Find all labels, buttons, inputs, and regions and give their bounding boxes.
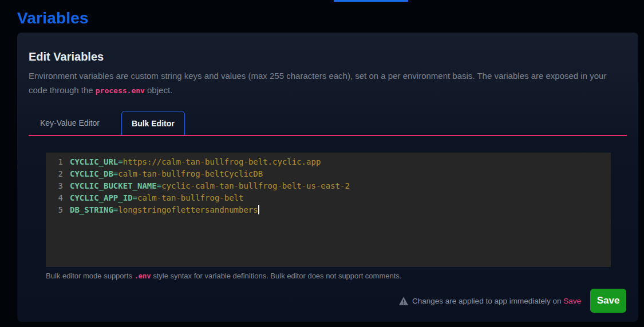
top-tab-indicator: [334, 0, 408, 2]
tab-bulk-editor[interactable]: Bulk Editor: [121, 111, 185, 135]
env-value: cyclic-calm-tan-bullfrog-belt-us-east-2: [161, 181, 350, 190]
hint-text-1: Bulk editor mode supports: [46, 272, 135, 280]
tab-key-value-editor[interactable]: Key-Value Editor: [29, 111, 111, 135]
warning-text: Changes are applied to app immediately o…: [412, 297, 581, 305]
save-warning-note: Changes are applied to app immediately o…: [399, 297, 581, 305]
env-value: calm-tan-bullfrog-belt: [137, 193, 243, 202]
env-syntax-code: .env: [135, 272, 151, 280]
editor-line: 4CYCLIC_APP_ID=calm-tan-bullfrog-belt: [46, 192, 611, 204]
env-key: CYCLIC_DB: [70, 169, 113, 178]
line-number: 2: [46, 168, 63, 180]
editor-lines: 1CYCLIC_URL=https://calm-tan-bullfrog-be…: [46, 156, 611, 216]
panel-footer: Changes are applied to app immediately o…: [399, 289, 626, 313]
bulk-editor-hint: Bulk editor mode supports .env style syn…: [46, 272, 627, 280]
env-equals: =: [157, 181, 161, 190]
warning-triangle-icon: [399, 297, 408, 305]
line-code: CYCLIC_BUCKET_NAME=cyclic-calm-tan-bullf…: [70, 180, 350, 192]
env-value: longstringoflettersandnumbers: [118, 205, 258, 214]
line-number: 3: [46, 180, 63, 192]
line-code: CYCLIC_APP_ID=calm-tan-bullfrog-belt: [70, 192, 243, 204]
env-key: DB_STRING: [70, 205, 113, 214]
line-code: CYCLIC_DB=calm-tan-bullfrog-beltCyclicDB: [70, 168, 263, 180]
line-number: 4: [46, 192, 63, 204]
line-number: 1: [46, 156, 63, 168]
env-equals: =: [118, 157, 123, 166]
editor-line: 2CYCLIC_DB=calm-tan-bullfrog-beltCyclicD…: [46, 168, 611, 180]
env-key: CYCLIC_BUCKET_NAME: [70, 181, 157, 190]
env-equals: =: [133, 193, 137, 202]
bulk-editor-textarea[interactable]: 1CYCLIC_URL=https://calm-tan-bullfrog-be…: [46, 153, 611, 267]
hint-text-2: style syntax for variable definitions. B…: [151, 272, 402, 280]
editor-line: 1CYCLIC_URL=https://calm-tan-bullfrog-be…: [46, 156, 611, 168]
line-code: CYCLIC_URL=https://calm-tan-bullfrog-bel…: [70, 156, 321, 168]
process-env-code: process.env: [96, 86, 145, 95]
env-key: CYCLIC_URL: [70, 157, 118, 166]
env-value: https://calm-tan-bullfrog-belt.cyclic.ap…: [123, 157, 321, 166]
editor-line: 5DB_STRING=longstringoflettersandnumbers: [46, 204, 611, 216]
line-number: 5: [46, 204, 63, 216]
page-title: Variables: [17, 9, 89, 27]
panel-description: Environment variables are custom string …: [29, 69, 624, 98]
edit-variables-panel: Edit Variables Environment variables are…: [17, 33, 638, 322]
warning-text-body: Changes are applied to app immediately o…: [412, 297, 563, 305]
warning-save-emphasis: Save: [563, 297, 581, 305]
editor-line: 3CYCLIC_BUCKET_NAME=cyclic-calm-tan-bull…: [46, 180, 611, 192]
line-code: DB_STRING=longstringoflettersandnumbers: [70, 204, 259, 216]
panel-heading: Edit Variables: [29, 50, 627, 63]
editor-tabs: Key-Value Editor Bulk Editor: [29, 111, 627, 136]
save-button[interactable]: Save: [590, 289, 626, 313]
env-key: CYCLIC_APP_ID: [70, 193, 133, 202]
description-text-2: object.: [145, 85, 172, 95]
text-cursor: [258, 205, 259, 214]
env-value: calm-tan-bullfrog-beltCyclicDB: [118, 169, 263, 178]
